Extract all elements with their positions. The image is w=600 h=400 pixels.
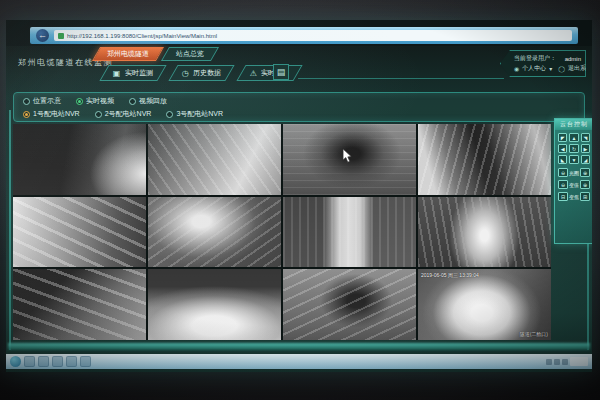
radio-label: 2号配电站NVR [105, 109, 152, 119]
left-edge-glow [9, 110, 11, 350]
taskbar-app-icon[interactable] [52, 356, 63, 367]
video-wall-grid: 2019-06-05 周三 13:39:04 隧道(二舱口) [13, 124, 551, 340]
camera-tile-1[interactable] [13, 124, 146, 195]
ptz-auto-scan-icon[interactable]: ↻ [569, 144, 578, 153]
camera-tile-12[interactable]: 2019-06-05 周三 13:39:04 隧道(二舱口) [418, 269, 551, 340]
radio-icon [129, 98, 136, 105]
url-text: http://192.168.1.199:8080/Client/jsp/Mai… [67, 33, 217, 39]
browser-back-button[interactable]: ← [36, 29, 49, 42]
login-user-line: 当前登录用户： admin [514, 54, 581, 63]
radio-label: 实时视频 [86, 96, 114, 106]
radio-nvr-1[interactable]: 1号配电站NVR [23, 109, 80, 119]
header-divider-line [298, 78, 504, 79]
mouse-cursor [342, 148, 353, 164]
camera-tile-9[interactable] [13, 269, 146, 340]
camera-tile-11[interactable] [283, 269, 416, 340]
iris-minus-button[interactable]: ⊖ [558, 168, 568, 177]
username: admin [565, 56, 581, 62]
iris-label: 光圈 [569, 170, 579, 176]
radio-label: 1号配电站NVR [33, 109, 80, 119]
radio-label: 位置示意 [33, 96, 61, 106]
user-panel: 当前登录用户： admin ◉ 个人中心 ▾ ◯ 退出系统 [500, 50, 586, 77]
camera-tile-6[interactable] [148, 197, 281, 268]
taskbar-app-icon[interactable] [38, 356, 49, 367]
ptz-up-right-icon[interactable]: ◥ [581, 133, 590, 142]
radio-label: 视频回放 [139, 96, 167, 106]
radio-icon [95, 111, 102, 118]
tool-label: 实时监测 [125, 68, 153, 78]
focus-control-row: ⊟ 变焦 ⊞ [555, 192, 592, 201]
ptz-left-icon[interactable]: ◀ [558, 144, 567, 153]
monitor-icon: ▣ [113, 69, 121, 78]
iris-plus-button[interactable]: ⊕ [580, 168, 590, 177]
profile-link[interactable]: 个人中心 [522, 64, 546, 73]
radio-icon [23, 98, 30, 105]
chevron-down-icon: ▾ [549, 65, 552, 72]
tray-icon[interactable] [546, 359, 552, 365]
ptz-direction-pad: ◤ ▲ ◥ ◀ ↻ ▶ ◣ ▼ ◢ [555, 130, 592, 165]
taskbar-app-icon[interactable] [66, 356, 77, 367]
ptz-control-panel: 云台控制 ◤ ▲ ◥ ◀ ↻ ▶ ◣ ▼ ◢ ⊖ 光圈 ⊕ ⊖ 变倍 ⊕ [554, 118, 592, 244]
tab-label: 郑州电缆隧道 [107, 49, 149, 59]
realtime-alarm-button[interactable]: ⚠ 实时报警 [236, 65, 302, 81]
zoom-out-button[interactable]: ⊖ [558, 180, 568, 189]
ptz-down-left-icon[interactable]: ◣ [558, 155, 567, 164]
radio-label: 3号配电站NVR [176, 109, 223, 119]
ptz-right-icon[interactable]: ▶ [581, 144, 590, 153]
camera-name-overlay: 隧道(二舱口) [520, 331, 548, 337]
radio-video-playback[interactable]: 视频回放 [129, 96, 167, 106]
filter-panel: 位置示意 实时视频 视频回放 1号配电站NVR 2号配电站N [13, 92, 585, 122]
camera-tile-7[interactable] [283, 197, 416, 268]
main-tabs: 郑州电缆隧道 站点总览 [96, 47, 215, 61]
os-taskbar [6, 354, 592, 369]
radio-icon [166, 111, 173, 118]
focus-minus-button[interactable]: ⊟ [558, 192, 568, 201]
zoom-label: 变倍 [569, 182, 579, 188]
radio-icon-selected [76, 98, 83, 105]
tray-icon[interactable] [562, 359, 568, 365]
radio-position-map[interactable]: 位置示意 [23, 96, 61, 106]
zoom-control-row: ⊖ 变倍 ⊕ [555, 180, 592, 189]
history-data-button[interactable]: ◷ 历史数据 [168, 65, 234, 81]
ptz-up-left-icon[interactable]: ◤ [558, 133, 567, 142]
url-input[interactable]: http://192.168.1.199:8080/Client/jsp/Mai… [54, 30, 572, 41]
person-icon: ◉ [514, 65, 519, 72]
video-panel-button[interactable]: ▤ [273, 64, 289, 80]
power-icon: ◯ [558, 65, 565, 72]
camera-tile-5[interactable] [13, 197, 146, 268]
zoom-in-button[interactable]: ⊕ [580, 180, 590, 189]
camera-timestamp-overlay: 2019-06-05 周三 13:39:04 [421, 272, 479, 278]
video-doc-icon: ▤ [277, 67, 286, 77]
radio-nvr-2[interactable]: 2号配电站NVR [95, 109, 152, 119]
taskbar-app-icon[interactable] [80, 356, 91, 367]
radio-live-video[interactable]: 实时视频 [76, 96, 114, 106]
alarm-icon: ⚠ [250, 69, 257, 78]
focus-plus-button[interactable]: ⊞ [580, 192, 590, 201]
start-button[interactable] [10, 356, 21, 367]
ptz-down-icon[interactable]: ▼ [569, 155, 578, 164]
user-actions-line: ◉ 个人中心 ▾ ◯ 退出系统 [514, 64, 581, 73]
camera-tile-4[interactable] [418, 124, 551, 195]
view-mode-radio-group: 位置示意 实时视频 视频回放 [23, 95, 167, 107]
realtime-monitor-button[interactable]: ▣ 实时监测 [99, 65, 166, 81]
tab-cable-tunnel[interactable]: 郑州电缆隧道 [92, 47, 164, 61]
login-user-label: 当前登录用户： [514, 54, 556, 63]
focus-label: 变焦 [569, 194, 579, 200]
history-clock-icon: ◷ [182, 69, 189, 78]
taskbar-app-icon[interactable] [24, 356, 35, 367]
ptz-down-right-icon[interactable]: ◢ [581, 155, 590, 164]
camera-tile-8[interactable] [418, 197, 551, 268]
ptz-panel-title: 云台控制 [555, 119, 592, 130]
tab-site-overview[interactable]: 站点总览 [161, 47, 219, 61]
tab-label: 站点总览 [176, 49, 204, 59]
tray-clock-area[interactable] [570, 357, 588, 366]
radio-nvr-3[interactable]: 3号配电站NVR [166, 109, 223, 119]
ptz-up-icon[interactable]: ▲ [569, 133, 578, 142]
camera-tile-10[interactable] [148, 269, 281, 340]
system-tray [546, 357, 588, 366]
bottom-edge-glow [8, 343, 590, 350]
camera-tile-2[interactable] [148, 124, 281, 195]
radio-icon-selected [23, 111, 30, 118]
site-favicon-icon [58, 33, 64, 39]
tray-icon[interactable] [554, 359, 560, 365]
